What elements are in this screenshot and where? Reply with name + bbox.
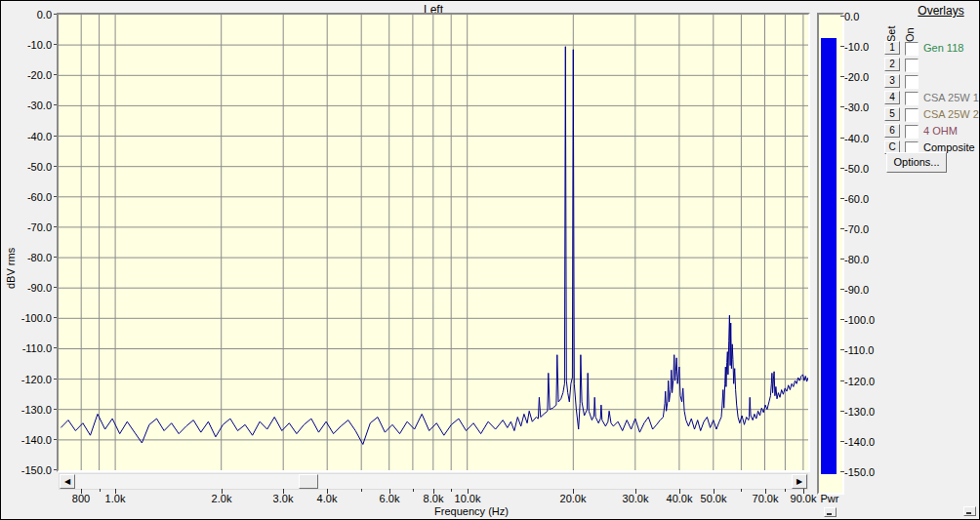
y-tick-label: -40.0 (7, 131, 52, 142)
meter-tick-mark (840, 441, 844, 442)
meter-tick-label: -120.0 (844, 376, 875, 387)
x-tick-label: 800 (72, 493, 90, 504)
meter-tick-label: -130.0 (844, 406, 875, 418)
y-tick-label: -110.0 (7, 342, 52, 354)
overlays-set-column-label: Set (885, 25, 897, 42)
overlay-on-checkbox-1[interactable] (905, 42, 919, 56)
x-tick-label: 70.0k (753, 493, 779, 504)
meter-tick-mark (840, 319, 844, 320)
overlay-set-button-3[interactable]: 3 (884, 74, 900, 88)
overlay-on-checkbox-3[interactable] (905, 75, 919, 89)
overlay-label-1: Gen 118 (923, 41, 963, 56)
meter-tick-mark (840, 76, 844, 77)
overlay-set-button-5[interactable]: 5 (884, 107, 900, 121)
y-tick-label: -140.0 (7, 434, 52, 446)
x-tick-label: 10.0k (455, 493, 481, 504)
meter-tick-mark (840, 349, 844, 350)
y-tick-label: -150.0 (7, 464, 52, 476)
overlay-label-5: CSA 25W 2 (923, 107, 979, 122)
x-axis-title: Frequency (Hz) (434, 505, 509, 517)
meter-tick-mark (840, 106, 844, 107)
meter-tick-mark (840, 228, 844, 229)
meter-tick-label: 0.0 (844, 11, 859, 22)
x-tick-label: 6.0k (380, 493, 400, 504)
panel-scrollbar-button[interactable] (963, 506, 976, 516)
x-tick-label: 20.0k (560, 493, 587, 504)
meter-tick-mark (840, 471, 844, 472)
scroll-right-button[interactable]: ▶ (792, 474, 807, 489)
x-tick-mark (361, 489, 362, 492)
meter-tick-label: -150.0 (844, 466, 875, 478)
y-tick-label: -50.0 (7, 161, 52, 173)
meter-tick-mark (840, 289, 844, 290)
options-button[interactable]: Options... (886, 152, 947, 173)
y-tick-label: -70.0 (7, 221, 52, 233)
x-tick-label: 40.0k (667, 493, 693, 504)
power-meter-bar (821, 38, 837, 474)
meter-tick-mark (840, 259, 844, 260)
meter-tick-label: -30.0 (844, 101, 869, 113)
overlay-set-button-6[interactable]: 6 (884, 124, 900, 138)
overlay-label-4: CSA 25W 1 (923, 91, 979, 105)
power-meter-label: Pwr (817, 493, 842, 504)
overlay-on-checkbox-4[interactable] (905, 92, 919, 105)
y-tick-label: -100.0 (7, 312, 52, 324)
overlay-label-6: 4 OHM (923, 124, 958, 139)
y-tick-label: -90.0 (7, 282, 52, 294)
x-tick-label: 1.0k (105, 493, 126, 504)
meter-tick-mark (840, 411, 844, 412)
x-tick-mark (413, 489, 414, 492)
y-tick-label: 0.0 (7, 9, 52, 20)
power-meter (817, 13, 844, 495)
meter-tick-label: -90.0 (844, 284, 869, 296)
x-tick-label: 3.0k (273, 493, 294, 504)
meter-scrollbar-button[interactable] (824, 507, 837, 517)
overlay-set-button-1[interactable]: 1 (884, 41, 900, 55)
x-tick-label: 30.0k (623, 493, 649, 504)
meter-tick-label: -110.0 (844, 344, 874, 356)
overlay-set-button-4[interactable]: 4 (884, 91, 900, 104)
meter-tick-mark (840, 138, 844, 139)
meter-tick-mark (840, 198, 844, 199)
overlay-on-checkbox-5[interactable] (905, 108, 919, 122)
y-tick-label: -60.0 (7, 191, 52, 203)
x-tick-label: 90.0k (791, 493, 817, 504)
scroll-left-button[interactable]: ◀ (60, 474, 75, 489)
meter-tick-mark (840, 168, 844, 169)
overlay-set-button-2[interactable]: 2 (884, 58, 900, 71)
meter-tick-label: -50.0 (844, 163, 869, 175)
x-tick-mark (741, 489, 742, 492)
meter-tick-label: -60.0 (844, 193, 869, 205)
plot-area[interactable] (57, 13, 810, 472)
x-tick-mark (785, 489, 786, 492)
overlay-on-checkbox-2[interactable] (905, 59, 919, 72)
meter-tick-label: -70.0 (844, 223, 869, 235)
overlays-header[interactable]: Overlays (905, 4, 977, 18)
x-tick-mark (100, 489, 101, 492)
meter-tick-label: -100.0 (844, 314, 875, 326)
meter-tick-label: -40.0 (844, 133, 869, 144)
meter-tick-mark (840, 16, 844, 17)
y-tick-label: -130.0 (7, 404, 52, 416)
overlay-on-checkbox-6[interactable] (905, 125, 919, 139)
scroll-left-icon: ◀ (64, 477, 70, 486)
x-tick-label: 2.0k (212, 493, 232, 504)
y-tick-label: -10.0 (7, 39, 52, 51)
meter-tick-label: -10.0 (844, 41, 869, 53)
overlays-on-column-label: On (904, 27, 916, 42)
meter-tick-label: -80.0 (844, 254, 869, 265)
x-tick-label: 50.0k (701, 493, 727, 504)
frequency-scrollbar[interactable]: ◀ ▶ (59, 473, 808, 490)
x-tick-label: 8.0k (424, 493, 444, 504)
y-tick-label: -20.0 (7, 69, 52, 81)
y-tick-label: -80.0 (7, 252, 52, 263)
meter-tick-label: -140.0 (844, 436, 875, 448)
y-tick-label: -30.0 (7, 100, 52, 111)
app-window: Left dBV rms 0.0-10.0-20.0-30.0-40.0-50.… (0, 0, 980, 520)
y-tick-label: -120.0 (7, 374, 52, 385)
scrollbar-thumb[interactable] (299, 474, 318, 489)
x-tick-mark (451, 489, 452, 492)
meter-tick-mark (840, 380, 844, 381)
scroll-right-icon: ▶ (796, 477, 802, 486)
spectrum-plot-svg (59, 15, 808, 470)
